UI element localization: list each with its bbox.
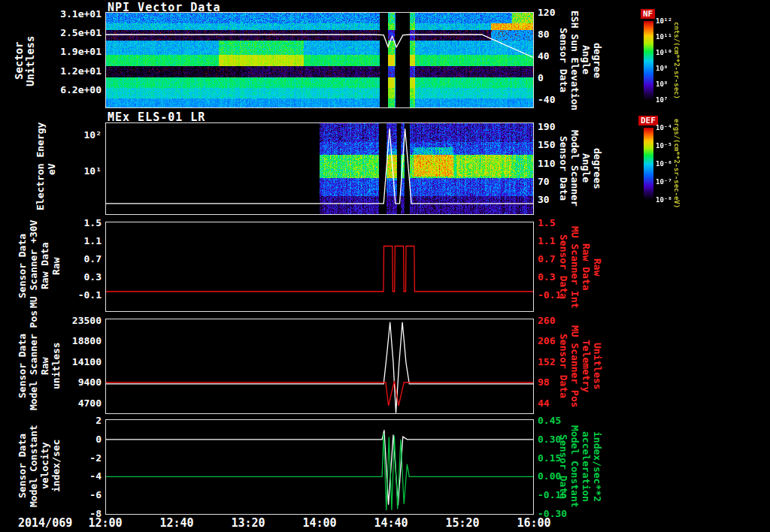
x-tick: 12:00 (79, 516, 132, 530)
p1-ytick-right: 40 (538, 51, 583, 62)
x-tick: 12:40 (150, 516, 203, 530)
science-plot-page: NPI Vector Data MEx ELS-01 LR Sector Uni… (0, 0, 770, 532)
p1-ytick-left: 3.1e+01 (52, 9, 102, 20)
p4-ytick-right: 260 (538, 316, 583, 326)
p4-ytick-left: 23500 (52, 316, 102, 326)
p5-ytick-right: 0.00 (538, 471, 583, 482)
panel3-plot-area (105, 222, 534, 312)
series-esh-sun-elevation (106, 35, 533, 57)
p4-ytick-left: 18800 (52, 336, 102, 346)
p3-ytick-left: -0.1 (52, 290, 102, 301)
p2-ytick-right: 110 (538, 159, 583, 169)
series-model-scanner-pos (106, 322, 533, 413)
x-tick: 14:00 (293, 516, 346, 530)
panel3-lines (106, 222, 533, 311)
p1-ytick-right: -40 (538, 95, 583, 105)
p5-ytick-left: 2 (52, 416, 102, 426)
panel4-lines (106, 319, 533, 413)
p5-ytick-left: -4 (52, 471, 102, 482)
panel5-plot-area (105, 419, 534, 515)
p1-ytick-left: 6.2e+00 (52, 85, 102, 95)
p1-ytick-left: 1.2e+01 (52, 66, 102, 77)
p3-ytick-left: 0.3 (52, 272, 102, 283)
p5-ytick-right: 0.15 (538, 453, 583, 464)
p3-ytick-right: 0.7 (538, 254, 583, 264)
panel4-plot-area (105, 319, 534, 414)
def-colorbar-units: ergs/(cm**2-sr-sec-eV) (673, 119, 681, 207)
series-mu-scanner-pos-telemetry (106, 381, 533, 406)
p2-ytick-right: 190 (538, 122, 583, 132)
series-model-constant-velocity (106, 430, 533, 505)
panel5-lines (106, 420, 533, 514)
def-colorbar (644, 128, 653, 200)
p2-ytick-right: 70 (538, 177, 583, 187)
p1-ytick-left: 1.9e+01 (52, 47, 102, 57)
x-tick: 15:20 (436, 516, 489, 530)
p4-ytick-left: 4700 (52, 398, 102, 409)
p3-ytick-left: 0.7 (52, 254, 102, 264)
p3-ytick-right: 1.5 (538, 218, 583, 228)
p1-ytick-left: 2.5e+01 (52, 28, 102, 38)
date-label: 2014/069 (18, 516, 72, 530)
p4-ytick-right: 44 (538, 398, 583, 409)
p4-ytick-left: 14100 (52, 357, 102, 367)
x-tick: 16:00 (508, 516, 560, 530)
panel2-overlay (106, 123, 533, 214)
p5-ytick-right: -0.15 (538, 490, 583, 500)
panel1-overlay (106, 13, 533, 107)
def-colorbar-label: DEF (638, 116, 658, 125)
p3-ytick-right: 1.1 (538, 236, 583, 246)
p2-ytick-right: 150 (538, 140, 583, 150)
p2-ytick-left: 10¹ (52, 166, 102, 177)
p3-ytick-right: -0.1 (538, 290, 583, 301)
nf-colorbar-label: NF (641, 9, 655, 19)
x-tick: 14:40 (365, 516, 417, 530)
series-mu-scanner-30v-raw (106, 246, 533, 292)
x-tick: 13:20 (222, 516, 274, 530)
series-model-scanner-angle (106, 128, 533, 203)
p4-ytick-right: 152 (538, 357, 583, 367)
p3-ytick-left: 1.1 (52, 236, 102, 246)
p4-ytick-right: 98 (538, 377, 583, 388)
nf-colorbar (644, 21, 653, 101)
p4-ytick-right: 206 (538, 336, 583, 346)
p3-ytick-left: 1.5 (52, 218, 102, 228)
nf-colorbar-units: cnts/(cm**2-sr-sec) (673, 12, 681, 108)
p1-ytick-right: 80 (538, 29, 583, 40)
p1-ytick-right: 120 (538, 8, 583, 18)
p5-ytick-left: -6 (52, 490, 102, 500)
panel2-plot-area (105, 122, 534, 215)
p3-ytick-right: 0.3 (538, 272, 583, 283)
p5-ytick-left: 0 (52, 434, 102, 445)
p2-ytick-left: 10² (52, 130, 102, 141)
p5-ytick-right: 0.45 (538, 416, 583, 426)
panel1-plot-area (105, 12, 534, 108)
panel1-ylabel-left: Sector Unitless (14, 19, 36, 103)
p4-ytick-left: 9400 (52, 377, 102, 388)
series-model-constant-acceleration (106, 434, 533, 511)
p5-ytick-right: 0.30 (538, 434, 583, 445)
p1-ytick-right: 0 (538, 73, 583, 83)
p5-ytick-left: -2 (52, 453, 102, 464)
p2-ytick-right: 30 (538, 195, 583, 205)
